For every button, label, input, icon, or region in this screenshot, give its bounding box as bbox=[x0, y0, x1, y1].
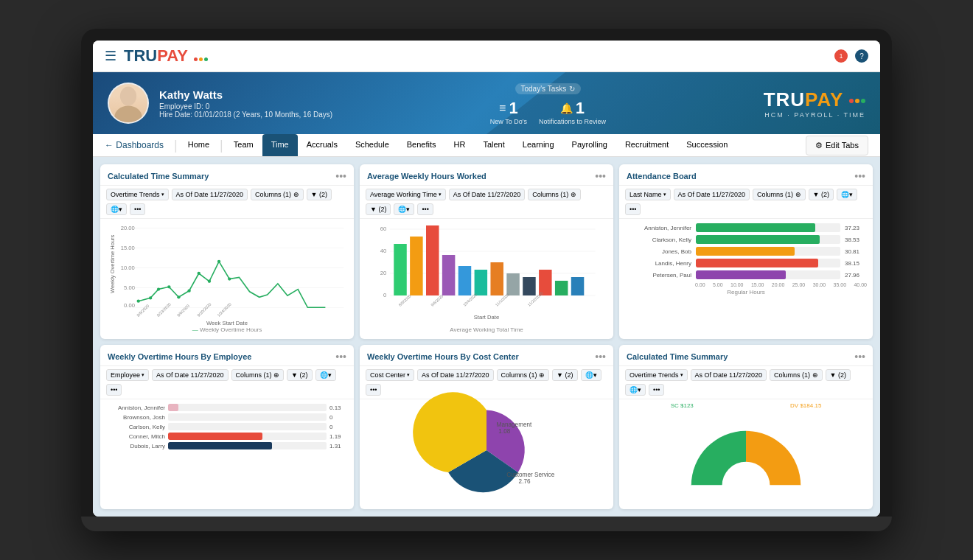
more-5[interactable]: ••• bbox=[366, 384, 381, 396]
employee-name: Conner, Mitch bbox=[106, 433, 165, 440]
view-3[interactable]: 🌐▾ bbox=[837, 189, 857, 200]
svg-text:9/20/2020: 9/20/2020 bbox=[196, 302, 212, 318]
svg-text:1.08: 1.08 bbox=[498, 428, 510, 435]
filter-4[interactable]: ▼ (2) bbox=[287, 369, 312, 381]
columns-4[interactable]: Columns (1) ⊕ bbox=[231, 369, 285, 381]
view-5[interactable]: 🌐▾ bbox=[581, 369, 601, 381]
last-name-dropdown[interactable]: Last Name bbox=[625, 189, 671, 200]
columns-1[interactable]: Columns (1) ⊕ bbox=[251, 189, 304, 200]
tab-team[interactable]: Team bbox=[225, 134, 262, 156]
tab-hr[interactable]: HR bbox=[445, 134, 475, 156]
chart-footer-3: Regular Hours bbox=[625, 287, 867, 298]
tab-learning[interactable]: Learning bbox=[514, 134, 563, 156]
view-1[interactable]: 🌐▾ bbox=[106, 203, 127, 215]
overtime-trends-2-dropdown[interactable]: Overtime Trends bbox=[625, 369, 688, 381]
card-title-5: Weekly Overtime Hours By Cost Center bbox=[367, 352, 519, 361]
bar-fill bbox=[696, 259, 818, 267]
tab-succession[interactable]: Succession bbox=[677, 134, 736, 156]
svg-point-1 bbox=[114, 106, 142, 122]
columns-3[interactable]: Columns (1) ⊕ bbox=[753, 189, 806, 200]
card-avg-weekly-hours: Average Weekly Hours Worked ••• Average … bbox=[360, 164, 613, 339]
card-calculated-time-summary: Calculated Time Summary ••• Overtime Tre… bbox=[100, 164, 354, 339]
as-of-date-6[interactable]: As Of Date 11/27/2020 bbox=[691, 369, 767, 381]
card-menu-3[interactable]: ••• bbox=[854, 170, 865, 182]
tab-payrolling[interactable]: Payrolling bbox=[563, 134, 616, 156]
filter-6[interactable]: ▼ (2) bbox=[826, 369, 851, 381]
view-2[interactable]: 🌐▾ bbox=[394, 203, 414, 215]
help-icon[interactable]: ? bbox=[855, 49, 868, 63]
svg-rect-40 bbox=[442, 255, 455, 295]
bar-value: 1.31 bbox=[329, 443, 348, 449]
back-button[interactable]: ← Dashboards bbox=[105, 140, 164, 150]
tab-time[interactable]: Time bbox=[262, 134, 298, 156]
view-6[interactable]: 🌐▾ bbox=[625, 384, 646, 396]
card-attendance-board: Attendance Board ••• Last Name As Of Dat… bbox=[619, 164, 873, 339]
avatar bbox=[108, 83, 149, 124]
columns-5[interactable]: Columns (1) ⊕ bbox=[497, 369, 550, 381]
filter-5[interactable]: ▼ (2) bbox=[552, 369, 577, 381]
as-of-date-2[interactable]: As Of Date 11/27/2020 bbox=[449, 189, 526, 200]
new-todos-badge[interactable]: ≡ 1 New To Do's bbox=[490, 99, 527, 125]
columns-6[interactable]: Columns (1) ⊕ bbox=[770, 369, 823, 381]
filter-1[interactable]: ▼ (2) bbox=[307, 189, 332, 200]
employee-ot-bar-row: Anniston, Jennifer 0.13 bbox=[106, 404, 348, 411]
more-3[interactable]: ••• bbox=[625, 203, 641, 215]
more-4[interactable]: ••• bbox=[106, 384, 122, 396]
attendance-bar-row: Anniston, Jennifer 37.23 bbox=[625, 223, 867, 232]
cost-center-pie: Management 1.08 Customer Service 2.76 bbox=[363, 402, 610, 498]
more-1[interactable]: ••• bbox=[130, 203, 145, 215]
bar-value: 1.19 bbox=[329, 433, 348, 440]
bar-track bbox=[168, 423, 327, 430]
tab-benefits[interactable]: Benefits bbox=[398, 134, 445, 156]
bar-track bbox=[696, 247, 840, 256]
as-of-date-3[interactable]: As Of Date 11/27/2020 bbox=[674, 189, 750, 200]
overtime-trends-dropdown[interactable]: Overtime Trends bbox=[106, 189, 169, 200]
employee-name: Carlson, Kelly bbox=[106, 424, 165, 430]
filter-3[interactable]: ▼ (2) bbox=[809, 189, 834, 200]
card-title-2: Average Weekly Hours Worked bbox=[367, 172, 486, 181]
employee-dropdown[interactable]: Employee bbox=[106, 369, 149, 381]
tab-recruitment[interactable]: Recruitment bbox=[616, 134, 677, 156]
svg-point-14 bbox=[157, 287, 160, 290]
tab-accruals[interactable]: Accruals bbox=[298, 134, 346, 156]
svg-point-20 bbox=[217, 260, 220, 263]
more-2[interactable]: ••• bbox=[417, 203, 433, 215]
more-6[interactable]: ••• bbox=[649, 384, 664, 396]
bar-track bbox=[168, 442, 327, 449]
card-menu-2[interactable]: ••• bbox=[595, 170, 606, 182]
svg-rect-42 bbox=[475, 270, 487, 295]
svg-point-0 bbox=[120, 87, 136, 106]
svg-text:0.00: 0.00 bbox=[124, 302, 135, 309]
tab-schedule[interactable]: Schedule bbox=[346, 134, 398, 156]
svg-rect-41 bbox=[458, 266, 471, 295]
filter-2[interactable]: ▼ (2) bbox=[366, 203, 391, 215]
employee-name: Dubois, Larry bbox=[106, 443, 165, 449]
card-weekly-ot-employee: Weekly Overtime Hours By Employee ••• Em… bbox=[100, 345, 354, 509]
as-of-date-5[interactable]: As Of Date 11/27/2020 bbox=[417, 369, 494, 381]
svg-rect-47 bbox=[555, 281, 568, 295]
menu-icon[interactable]: ☰ bbox=[105, 48, 116, 64]
bar-value: 38.15 bbox=[845, 260, 867, 267]
edit-tabs-button[interactable]: ⚙ Edit Tabs bbox=[806, 136, 868, 155]
user-name: Kathy Watts bbox=[159, 88, 332, 101]
card-menu-1[interactable]: ••• bbox=[335, 170, 346, 182]
card-menu-4[interactable]: ••• bbox=[335, 351, 346, 363]
attendance-bar-row: Clarkson, Kelly 38.53 bbox=[625, 235, 867, 244]
notifications-badge[interactable]: 🔔 1 Notifications to Review bbox=[539, 99, 606, 125]
columns-2[interactable]: Columns (1) ⊕ bbox=[528, 189, 581, 200]
view-4[interactable]: 🌐▾ bbox=[315, 369, 336, 381]
cost-center-dropdown[interactable]: Cost Center bbox=[366, 369, 414, 381]
bar-track bbox=[696, 270, 840, 279]
avg-working-time-dropdown[interactable]: Average Working Time bbox=[366, 189, 446, 200]
notification-icon[interactable]: 1 bbox=[834, 49, 848, 63]
card-menu-5[interactable]: ••• bbox=[595, 351, 606, 363]
tab-home[interactable]: Home bbox=[179, 134, 218, 156]
tab-talent[interactable]: Talent bbox=[474, 134, 513, 156]
legend-sc: SC $123 bbox=[671, 402, 694, 409]
as-of-date-4[interactable]: As Of Date 11/27/2020 bbox=[152, 369, 229, 381]
as-of-date-1[interactable]: As Of Date 11/27/2020 bbox=[172, 189, 248, 200]
employee-name: Anniston, Jennifer bbox=[625, 225, 691, 231]
hero-logo-text: TRUPAY bbox=[764, 88, 865, 111]
svg-text:8/9/2020: 8/9/2020 bbox=[397, 294, 411, 307]
card-menu-6[interactable]: ••• bbox=[854, 351, 865, 363]
